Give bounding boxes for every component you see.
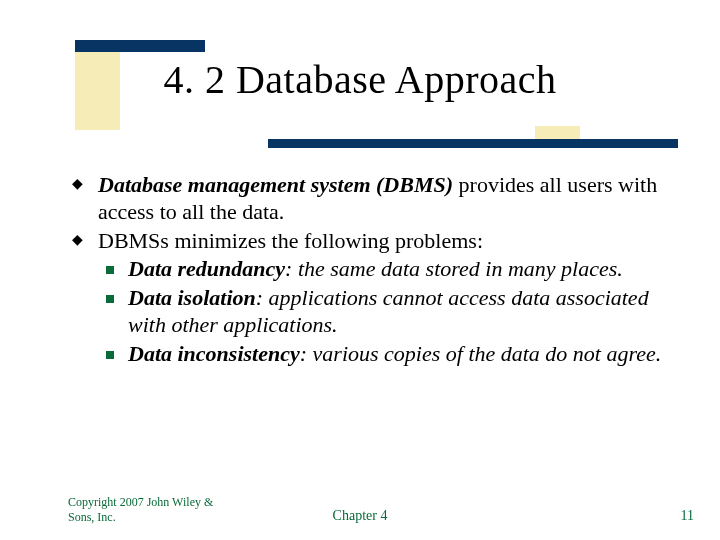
- slide: 4. 2 Database Approach Database manageme…: [0, 0, 720, 540]
- bullet-item: DBMSs minimizes the following problems: …: [70, 228, 680, 368]
- footer: Copyright 2007 John Wiley & Sons, Inc. C…: [0, 490, 720, 524]
- sub-bullet-item: Data isolation: applications cannot acce…: [98, 285, 680, 339]
- footer-copyright: Copyright 2007 John Wiley & Sons, Inc.: [68, 495, 228, 524]
- title-area: 4. 2 Database Approach: [0, 0, 720, 103]
- slide-body: Database management system (DBMS) provid…: [70, 172, 680, 370]
- footer-chapter: Chapter 4: [333, 508, 388, 524]
- sub-term: Data redundancy: [128, 256, 285, 281]
- sub-term: Data inconsistency: [128, 341, 300, 366]
- sub-desc: : the same data stored in many places.: [285, 256, 623, 281]
- sub-bullet-item: Data redundancy: the same data stored in…: [98, 256, 680, 283]
- footer-page-number: 11: [681, 508, 694, 524]
- title-accent-bar-top: [75, 40, 205, 52]
- sub-desc: : various copies of the data do not agre…: [300, 341, 662, 366]
- bullet-item: Database management system (DBMS) provid…: [70, 172, 680, 226]
- bullet-text: DBMSs minimizes the following problems:: [98, 228, 483, 253]
- sub-bullet-list: Data redundancy: the same data stored in…: [98, 256, 680, 367]
- bullet-lead-term: Database management system (DBMS): [98, 172, 453, 197]
- title-accent-bar-bottom: [268, 139, 678, 148]
- bullet-list: Database management system (DBMS) provid…: [70, 172, 680, 368]
- slide-title: 4. 2 Database Approach: [30, 56, 690, 103]
- sub-term: Data isolation: [128, 285, 256, 310]
- sub-bullet-item: Data inconsistency: various copies of th…: [98, 341, 680, 368]
